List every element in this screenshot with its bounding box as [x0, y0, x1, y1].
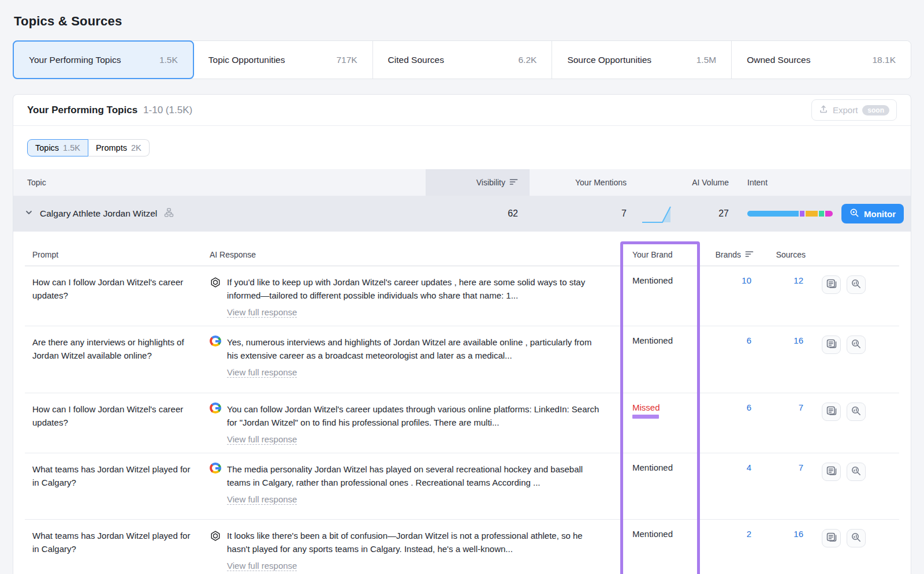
view-prompt-button[interactable] [822, 275, 841, 294]
magnifier-chart-icon [851, 406, 861, 418]
col-your-mentions[interactable]: Your Mentions [530, 178, 634, 187]
panel-range: 1-10 (1.5K) [143, 105, 192, 116]
view-full-response-link[interactable]: View full response [227, 434, 297, 445]
your-brand-status: Mentioned [620, 326, 701, 393]
magnifier-chart-icon [851, 339, 861, 351]
brands-count-link[interactable]: 4 [747, 463, 751, 472]
tab-source-opportunities[interactable]: Source Opportunities 1.5M [552, 41, 732, 79]
tab-cited-sources[interactable]: Cited Sources 6.2K [373, 41, 553, 79]
ai-response-text: You can follow Jordan Witzel's career up… [227, 402, 602, 429]
openai-icon [210, 275, 221, 318]
prompt-text: How can I follow Jordan Witzel's career … [25, 266, 210, 326]
export-button[interactable]: Export soon [811, 99, 897, 121]
prompt-text: What teams has Jordan Witzel played for … [25, 453, 210, 519]
toggle-topics[interactable]: Topics 1.5K [27, 139, 88, 156]
soon-badge: soon [862, 105, 889, 115]
brands-count-link[interactable]: 6 [747, 336, 751, 345]
document-list-icon [826, 339, 837, 351]
intent-bar [747, 211, 833, 217]
tab-count: 6.2K [519, 55, 537, 65]
topic-ai-volume-value: 27 [680, 208, 737, 219]
tab-label: Owned Sources [747, 55, 810, 65]
toggle-prompts[interactable]: Prompts 2K [88, 139, 150, 156]
your-brand-status: Mentioned [620, 266, 701, 326]
analyze-response-button[interactable] [847, 275, 866, 294]
view-toggle-row: Topics 1.5K Prompts 2K [13, 126, 911, 169]
prompt-text: Are there any interviews or highlights o… [25, 326, 210, 393]
brands-count-link[interactable]: 10 [742, 275, 751, 285]
view-prompt-button[interactable] [822, 463, 841, 481]
sources-count-link[interactable]: 7 [799, 463, 803, 472]
prompt-row: How can I follow Jordan Witzel's career … [25, 266, 899, 326]
panel-title: Your Performing Topics [27, 105, 137, 116]
tab-topic-opportunities[interactable]: Topic Opportunities 717K [193, 41, 373, 79]
col-prompt: Prompt [25, 243, 210, 266]
analyze-response-button[interactable] [847, 402, 866, 421]
page-title: Topics & Sources [0, 0, 924, 40]
sort-desc-icon [509, 178, 518, 187]
toggle-prompts-count: 2K [131, 143, 141, 152]
monitor-button[interactable]: Monitor [841, 204, 904, 223]
view-full-response-link[interactable]: View full response [227, 561, 297, 571]
brands-count-link[interactable]: 6 [747, 402, 751, 412]
ai-response-text: Yes, numerous interviews and highlights … [227, 336, 602, 362]
analyze-response-button[interactable] [847, 529, 866, 547]
document-list-icon [826, 466, 837, 478]
document-list-icon [826, 532, 837, 544]
tab-label: Topic Opportunities [208, 55, 285, 65]
topic-row[interactable]: Calgary Athlete Jordan Witzel 62 7 27 [13, 196, 911, 232]
topic-visibility-value: 62 [426, 208, 530, 219]
ai-response-text: If you'd like to keep up with Jordan Wit… [227, 275, 602, 302]
col-topic[interactable]: Topic [13, 178, 426, 187]
view-full-response-link[interactable]: View full response [227, 494, 297, 505]
magnifier-chart-icon [851, 532, 861, 544]
col-visibility[interactable]: Visibility [426, 169, 530, 196]
sources-count-link[interactable]: 16 [793, 336, 803, 345]
google-icon [210, 402, 221, 413]
col-brands[interactable]: Brands [701, 243, 754, 266]
your-brand-status: Mentioned [620, 520, 701, 574]
analyze-response-button[interactable] [847, 463, 866, 481]
view-prompt-button[interactable] [822, 336, 841, 354]
topic-mentions-value: 7 [530, 208, 634, 219]
prompt-row: What teams has Jordan Witzel played for … [25, 453, 899, 520]
magnifier-chart-icon [851, 466, 861, 478]
brands-count-link[interactable]: 2 [747, 529, 751, 539]
view-prompt-button[interactable] [822, 529, 841, 547]
tab-label: Cited Sources [388, 55, 444, 65]
your-brand-status: Mentioned [620, 453, 701, 519]
toggle-topics-label: Topics [35, 143, 59, 152]
tab-your-performing-topics[interactable]: Your Performing Topics 1.5K [13, 40, 194, 79]
tab-label: Your Performing Topics [29, 55, 121, 65]
col-ai-volume[interactable]: AI Volume [680, 178, 737, 187]
col-your-brand: Your Brand [620, 243, 701, 266]
col-sources: Sources [754, 243, 806, 266]
performing-topics-panel: Your Performing Topics 1-10 (1.5K) Expor… [13, 94, 911, 574]
view-full-response-link[interactable]: View full response [227, 367, 297, 378]
col-ai-response: AI Response [210, 243, 620, 266]
prompt-row: How can I follow Jordan Witzel's career … [25, 393, 899, 453]
tab-label: Source Opportunities [567, 55, 651, 65]
tab-owned-sources[interactable]: Owned Sources 18.1K [732, 41, 911, 79]
view-prompt-button[interactable] [822, 402, 841, 421]
analyze-response-button[interactable] [847, 336, 866, 354]
col-brands-label: Brands [716, 250, 741, 259]
your-brand-status-missed: Missed [632, 402, 660, 412]
prompt-row: What teams has Jordan Witzel played for … [25, 520, 899, 574]
view-full-response-link[interactable]: View full response [227, 307, 297, 318]
col-intent[interactable]: Intent [737, 178, 836, 187]
toggle-prompts-label: Prompts [96, 143, 127, 152]
export-icon [819, 105, 828, 115]
sources-count-link[interactable]: 7 [799, 402, 803, 412]
chevron-down-icon[interactable] [25, 208, 33, 219]
prompt-table-header: Prompt AI Response Your Brand Brands Sou… [25, 243, 899, 266]
sitemap-icon[interactable] [164, 208, 174, 219]
sources-count-link[interactable]: 12 [793, 275, 803, 285]
magnifier-chart-icon [851, 279, 861, 290]
sources-count-link[interactable]: 16 [793, 529, 803, 539]
prompt-row: Are there any interviews or highlights o… [25, 326, 899, 393]
topics-prompts-toggle: Topics 1.5K Prompts 2K [27, 139, 150, 156]
monitor-icon [850, 208, 859, 219]
mentions-sparkline [634, 203, 680, 225]
panel-header: Your Performing Topics 1-10 (1.5K) Expor… [13, 95, 911, 126]
